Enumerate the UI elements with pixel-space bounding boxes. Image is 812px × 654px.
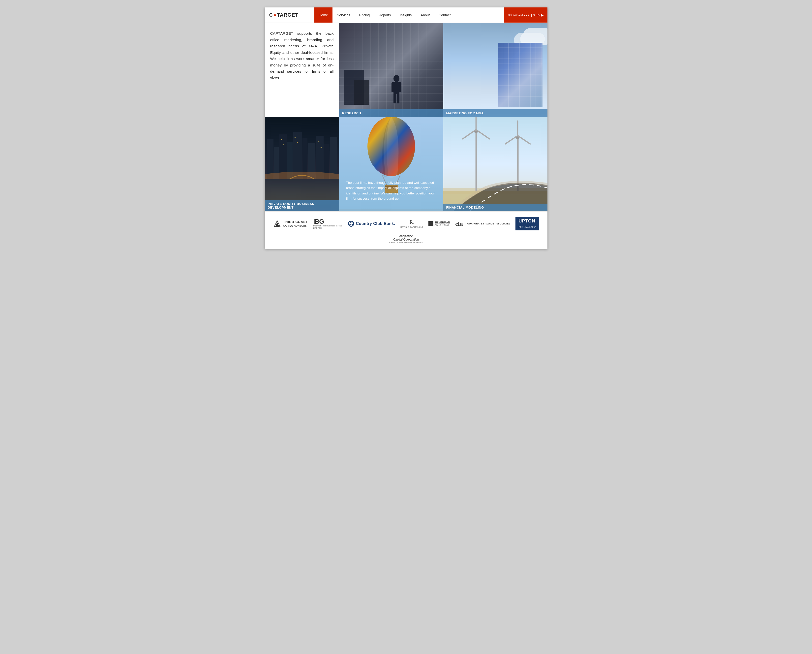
logo-ibg: IBG International Business GroupLIMITED — [313, 218, 342, 229]
upton-subtext: FINANCIAL GROUP — [519, 226, 536, 228]
ibg-subtext: International Business GroupLIMITED — [313, 225, 342, 229]
ibg-logo-wrapper: IBG International Business GroupLIMITED — [313, 218, 342, 229]
rss-icon[interactable]: ▶ — [541, 13, 543, 17]
logo-silverman: SILVERMAN CONSULTING — [429, 221, 450, 226]
pipe-separator: | — [531, 13, 532, 17]
logo-allegiance: Allegiance Capital Corporation PRIVATE I… — [389, 234, 423, 243]
research-image-cell[interactable]: RESEARCH — [339, 23, 443, 117]
logos-section: THIRD COAST CAPITAL ADVISORS IBG Interna… — [265, 211, 548, 249]
marketing-mna-image-cell[interactable]: MARKETING FOR M&A — [443, 23, 548, 117]
ravinia-subtext: RAVINIA CAPITAL LLC — [400, 226, 423, 228]
svg-rect-20 — [318, 141, 319, 142]
logo-area: CTARGET — [265, 12, 314, 18]
svg-rect-21 — [321, 147, 322, 148]
svg-rect-18 — [295, 137, 296, 138]
social-icons: | 𝕏 in ▶ — [531, 13, 543, 17]
third-coast-name-line1: THIRD COAST — [283, 220, 308, 224]
marketing-text-cell: The best firms have thoughtfully planned… — [339, 117, 443, 211]
svg-rect-29 — [339, 209, 443, 211]
cfa-name: CORPORATE FINANCE ASSOCIATES — [467, 223, 510, 225]
nav-pricing[interactable]: Pricing — [355, 8, 374, 23]
svg-rect-15 — [330, 137, 337, 179]
logo-ravinia: Rc RAVINIA CAPITAL LLC — [400, 219, 423, 228]
logo-upton: UPTON FINANCIAL GROUP — [516, 217, 539, 231]
nav-contact[interactable]: Contact — [434, 8, 455, 23]
nav-home[interactable]: Home — [314, 8, 333, 23]
phone-number: 888-952-1777 — [508, 13, 530, 17]
marketing-paragraph: The best firms have thoughtfully planned… — [346, 180, 437, 202]
nav-reports[interactable]: Reports — [374, 8, 395, 23]
allegiance-name-line2: Capital Corporation — [389, 238, 423, 241]
svg-marker-44 — [275, 222, 279, 227]
cfa-text-block: CORPORATE FINANCE ASSOCIATES — [465, 223, 510, 225]
sky-building-grid — [498, 43, 542, 107]
intro-text: CAPTARGET supports the back office marke… — [265, 23, 339, 117]
svg-rect-5 — [397, 93, 400, 104]
navbar: CTARGET Home Services Pricing Reports In… — [265, 8, 548, 23]
page-wrapper: CTARGET Home Services Pricing Reports In… — [265, 8, 548, 249]
logo-triangle-icon — [273, 14, 277, 16]
ravinia-monogram: Rc — [400, 219, 423, 226]
upton-box: UPTON FINANCIAL GROUP — [516, 217, 539, 231]
linkedin-icon[interactable]: in — [537, 13, 540, 17]
allegiance-text: Allegiance Capital Corporation PRIVATE I… — [389, 234, 423, 243]
pe-label: PRIVATE EQUITY BUSINESS DEVELOPMENT — [265, 200, 339, 211]
nav-services[interactable]: Services — [333, 8, 355, 23]
nav-insights[interactable]: Insights — [395, 8, 416, 23]
svg-rect-33 — [475, 131, 477, 191]
silverman-name: SILVERMAN — [434, 221, 450, 224]
allegiance-name-line1: Allegiance — [389, 234, 423, 238]
cfa-letters: cfa — [455, 220, 463, 227]
svg-point-0 — [394, 75, 400, 82]
logo-third-coast: THIRD COAST CAPITAL ADVISORS — [273, 219, 308, 228]
silverman-subtext: CONSULTING — [434, 224, 450, 226]
svg-rect-19 — [297, 142, 298, 143]
logo[interactable]: CTARGET — [269, 12, 299, 18]
logo-cfa: cfa CORPORATE FINANCE ASSOCIATES — [455, 220, 510, 227]
sky-building — [498, 43, 542, 107]
main-content: CAPTARGET supports the back office marke… — [265, 23, 548, 249]
twitter-icon[interactable]: 𝕏 — [533, 13, 536, 17]
cfa-wrapper: cfa CORPORATE FINANCE ASSOCIATES — [455, 220, 510, 227]
third-coast-icon — [273, 219, 282, 228]
logo-country-club-bank: Country Club Bank. — [348, 220, 395, 227]
silverman-box-icon — [429, 221, 433, 226]
nav-about[interactable]: About — [416, 8, 434, 23]
third-coast-text: THIRD COAST CAPITAL ADVISORS — [283, 220, 308, 228]
marketing-body-text: The best firms have thoughtfully planned… — [339, 175, 443, 206]
allegiance-subtext: PRIVATE INVESTMENT BANKERS — [389, 241, 423, 243]
wind-turbines-icon — [443, 117, 548, 211]
city-skyline-icon — [265, 124, 339, 179]
intro-paragraph: CAPTARGET supports the back office marke… — [270, 30, 334, 81]
svg-rect-4 — [394, 93, 396, 104]
pe-image-cell[interactable]: PRIVATE EQUITY BUSINESS DEVELOPMENT — [265, 117, 339, 211]
building-silhouette — [354, 80, 369, 105]
financial-label: FINANCIAL MODELING — [443, 203, 548, 211]
person-silhouette-icon — [389, 75, 404, 105]
country-club-bank-text: Country Club Bank. — [356, 222, 395, 226]
ibg-letters: IBG — [313, 218, 324, 225]
top-row: CAPTARGET supports the back office marke… — [265, 23, 548, 117]
country-club-bank-icon — [348, 220, 354, 227]
third-coast-logo-icon — [273, 220, 281, 228]
silverman-text: SILVERMAN CONSULTING — [434, 221, 450, 226]
silverman-logo-wrapper: SILVERMAN CONSULTING — [429, 221, 450, 226]
research-label: RESEARCH — [339, 109, 443, 117]
svg-rect-17 — [283, 144, 284, 145]
ravinia-text: Rc RAVINIA CAPITAL LLC — [400, 219, 423, 228]
svg-rect-48 — [349, 223, 353, 224]
financial-image-cell[interactable]: FINANCIAL MODELING — [443, 117, 548, 211]
third-coast-name-line2: CAPITAL ADVISORS — [283, 224, 308, 228]
nav-phone[interactable]: 888-952-1777 | 𝕏 in ▶ — [504, 8, 548, 23]
bottom-row: PRIVATE EQUITY BUSINESS DEVELOPMENT — [265, 117, 548, 211]
nav-items: Home Services Pricing Reports Insights A… — [314, 8, 504, 23]
svg-rect-6 — [267, 139, 273, 179]
svg-rect-3 — [398, 83, 401, 92]
svg-rect-2 — [391, 83, 395, 92]
marketing-mna-label: MARKETING FOR M&A — [443, 109, 548, 117]
svg-rect-16 — [281, 139, 282, 141]
